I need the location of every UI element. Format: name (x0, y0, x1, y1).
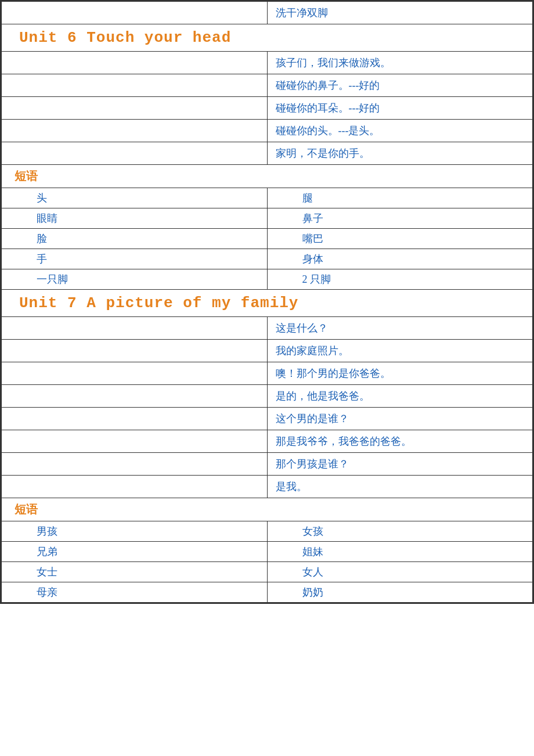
unit7-vocab-row-1: 兄弟 姐妹 (2, 542, 533, 562)
unit7-title: Unit 7 A picture of my family (10, 289, 308, 318)
unit7-phrase-cell: 短语 (2, 498, 533, 521)
unit6-image-4 (2, 142, 268, 165)
unit6-image-3 (2, 120, 268, 142)
unit7-vocab-row-3: 母亲 奶奶 (2, 582, 533, 603)
unit6-intro-text: 洗干净双脚 (267, 2, 533, 24)
unit6-phrase-label: 短语 (8, 166, 45, 186)
unit7-dialogue-3: 是的，他是我爸爸。 (267, 385, 533, 408)
unit6-image-1 (2, 74, 268, 97)
unit7-dialogue-0: 这是什么？ (267, 317, 533, 340)
unit6-dialogue-3: 碰碰你的头。---是头。 (267, 120, 533, 142)
unit6-intro-row: 洗干净双脚 (2, 2, 533, 24)
unit7-dialogue-row-6: 那个男孩是谁？ (2, 453, 533, 476)
unit7-dialogue-row-2: 噢！那个男的是你爸爸。 (2, 362, 533, 385)
unit6-title-cell: Unit 6 Touch your head (2, 24, 533, 52)
unit6-vocab-row-0: 头 腿 (2, 188, 533, 208)
unit7-image-4 (2, 408, 268, 430)
unit7-image-5 (2, 430, 268, 453)
unit6-image-0 (2, 52, 268, 74)
unit7-dialogue-row-4: 这个男的是谁？ (2, 408, 533, 430)
unit7-dialogue-row-3: 是的，他是我爸爸。 (2, 385, 533, 408)
unit6-dialogue-1: 碰碰你的鼻子。---好的 (267, 74, 533, 97)
unit7-vocab-right-1: 姐妹 (267, 542, 533, 562)
main-table: 洗干净双脚 Unit 6 Touch your head 孩子们，我们来做游戏。… (1, 1, 533, 603)
unit6-vocab-left-0: 头 (2, 188, 268, 208)
unit7-vocab-left-2: 女士 (2, 562, 268, 582)
unit7-dialogue-1: 我的家庭照片。 (267, 340, 533, 362)
unit6-vocab-right-2: 嘴巴 (267, 229, 533, 249)
unit7-vocab-right-0: 女孩 (267, 521, 533, 542)
unit6-dialogue-row-1: 碰碰你的鼻子。---好的 (2, 74, 533, 97)
page-container: 洗干净双脚 Unit 6 Touch your head 孩子们，我们来做游戏。… (0, 0, 534, 604)
unit6-vocab-right-0: 腿 (267, 188, 533, 208)
unit6-dialogue-2: 碰碰你的耳朵。---好的 (267, 97, 533, 120)
unit7-vocab-right-3: 奶奶 (267, 582, 533, 603)
unit7-dialogue-row-5: 那是我爷爷，我爸爸的爸爸。 (2, 430, 533, 453)
unit7-vocab-left-1: 兄弟 (2, 542, 268, 562)
unit6-dialogue-row-3: 碰碰你的头。---是头。 (2, 120, 533, 142)
unit6-vocab-right-3: 身体 (267, 249, 533, 269)
unit7-image-6 (2, 453, 268, 476)
unit7-image-0 (2, 317, 268, 340)
unit7-vocab-row-2: 女士 女人 (2, 562, 533, 582)
unit6-vocab-left-4: 一只脚 (2, 269, 268, 290)
unit6-vocab-row-2: 脸 嘴巴 (2, 229, 533, 249)
unit6-title: Unit 6 Touch your head (10, 23, 240, 52)
unit7-phrase-row: 短语 (2, 498, 533, 521)
unit7-image-3 (2, 385, 268, 408)
unit7-vocab-left-3: 母亲 (2, 582, 268, 603)
unit7-dialogue-6: 那个男孩是谁？ (267, 453, 533, 476)
unit6-dialogue-row-4: 家明，不是你的手。 (2, 142, 533, 165)
unit7-dialogue-4: 这个男的是谁？ (267, 408, 533, 430)
unit7-vocab-right-2: 女人 (267, 562, 533, 582)
unit7-title-cell: Unit 7 A picture of my family (2, 290, 533, 317)
unit7-dialogue-row-1: 我的家庭照片。 (2, 340, 533, 362)
unit6-dialogue-4: 家明，不是你的手。 (267, 142, 533, 165)
unit6-vocab-row-1: 眼睛 鼻子 (2, 208, 533, 229)
unit6-dialogue-row-2: 碰碰你的耳朵。---好的 (2, 97, 533, 120)
unit6-vocab-left-1: 眼睛 (2, 208, 268, 229)
unit6-vocab-left-2: 脸 (2, 229, 268, 249)
unit6-dialogue-0: 孩子们，我们来做游戏。 (267, 52, 533, 74)
unit6-phrase-cell: 短语 (2, 165, 533, 188)
unit7-dialogue-row-0: 这是什么？ (2, 317, 533, 340)
unit7-phrase-label: 短语 (8, 499, 45, 519)
unit6-vocab-left-3: 手 (2, 249, 268, 269)
unit7-dialogue-2: 噢！那个男的是你爸爸。 (267, 362, 533, 385)
unit6-vocab-right-4: 2 只脚 (267, 269, 533, 290)
unit7-image-7 (2, 476, 268, 498)
unit6-vocab-row-4: 一只脚 2 只脚 (2, 269, 533, 290)
unit7-dialogue-row-7: 是我。 (2, 476, 533, 498)
unit6-vocab-right-1: 鼻子 (267, 208, 533, 229)
unit7-image-1 (2, 340, 268, 362)
unit6-dialogue-row-0: 孩子们，我们来做游戏。 (2, 52, 533, 74)
unit7-dialogue-7: 是我。 (267, 476, 533, 498)
unit7-image-2 (2, 362, 268, 385)
unit6-image-2 (2, 97, 268, 120)
unit7-title-row: Unit 7 A picture of my family (2, 290, 533, 317)
unit7-vocab-left-0: 男孩 (2, 521, 268, 542)
unit6-phrase-row: 短语 (2, 165, 533, 188)
unit6-title-row: Unit 6 Touch your head (2, 24, 533, 52)
unit7-vocab-row-0: 男孩 女孩 (2, 521, 533, 542)
unit7-dialogue-5: 那是我爷爷，我爸爸的爸爸。 (267, 430, 533, 453)
unit6-intro-image (2, 2, 268, 24)
unit6-vocab-row-3: 手 身体 (2, 249, 533, 269)
